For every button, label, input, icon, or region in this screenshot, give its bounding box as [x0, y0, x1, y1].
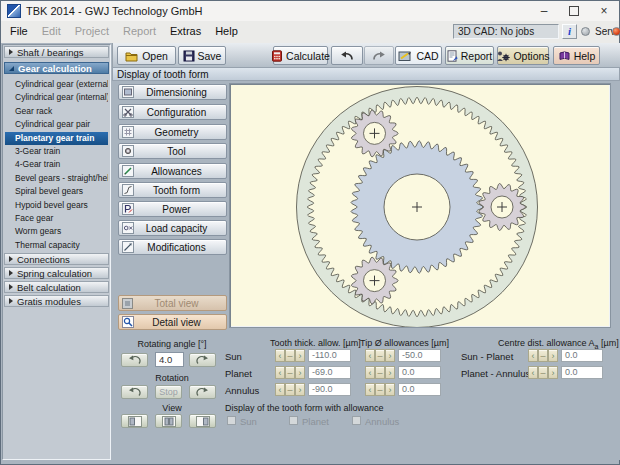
- tooth-thickness-sun-value[interactable]: -110.0: [308, 349, 351, 362]
- options-button[interactable]: Options: [497, 46, 549, 65]
- toolbar: OpenSaveCalculateCADReportOptionsHelp: [112, 43, 620, 67]
- tooth-thickness-sun-decrease-button[interactable]: ‹: [275, 349, 285, 362]
- sidebar-section-gear-calculation[interactable]: Gear calculation: [4, 62, 109, 74]
- tooth-thickness-planet-decrease-button[interactable]: ‹: [275, 366, 285, 379]
- load-capacity-label: Load capacity: [135, 223, 226, 234]
- menu-file[interactable]: File: [3, 21, 35, 43]
- tip-allowance-sun-value[interactable]: -50.0: [398, 349, 441, 362]
- dimensioning-button[interactable]: Dimensioning: [118, 84, 227, 100]
- sidebar-item-spiral-bevel-gears[interactable]: Spiral bevel gears: [5, 185, 108, 198]
- tooth-thickness-annulus-value[interactable]: -90.0: [308, 383, 351, 396]
- collapsed-triangle-icon: [9, 49, 13, 55]
- redo-icon: [372, 51, 386, 61]
- modifications-label: Modifications: [135, 242, 226, 253]
- tip-allowance-planet-decrease-button[interactable]: ‹: [365, 366, 375, 379]
- help-button[interactable]: Help: [553, 46, 600, 65]
- centre-planet-annulus-value[interactable]: 0.0: [561, 366, 603, 379]
- centre-planet-annulus-decrease-button[interactable]: ‹: [528, 366, 538, 379]
- calculate-button[interactable]: Calculate: [273, 46, 328, 65]
- tip-allowance-annulus-reset-button[interactable]: –: [375, 383, 385, 396]
- sidebar-item-bevel-gears-straight-helical[interactable]: Bevel gears - straight/helical: [5, 172, 108, 185]
- tip-allowance-sun-reset-button[interactable]: –: [375, 349, 385, 362]
- gear-row-label-sun: Sun: [225, 351, 242, 362]
- rotate-angle-cw-button[interactable]: [189, 353, 216, 367]
- tip-allowance-sun-increase-button[interactable]: ›: [385, 349, 395, 362]
- tooth-thickness-sun-increase-button[interactable]: ›: [295, 349, 305, 362]
- undo-button[interactable]: [331, 46, 363, 65]
- tooth-thickness-planet-reset-button[interactable]: –: [285, 366, 295, 379]
- sidebar-section-gratis-modules[interactable]: Gratis modules: [4, 295, 109, 307]
- tooth-thickness-annulus-increase-button[interactable]: ›: [295, 383, 305, 396]
- tooth-thickness-planet-increase-button[interactable]: ›: [295, 366, 305, 379]
- centre-sun-planet-decrease-button[interactable]: ‹: [528, 349, 538, 362]
- sidebar-item-hypoid-bevel-gears[interactable]: Hypoid bevel gears: [5, 199, 108, 212]
- view-button-2[interactable]: [155, 414, 182, 428]
- centre-planet-annulus-reset-button[interactable]: –: [538, 366, 548, 379]
- sidebar-section-shaft-bearings[interactable]: Shaft / bearings: [4, 46, 109, 58]
- sidebar-item-worm-gears[interactable]: Worm gears: [5, 225, 108, 238]
- menu-extras[interactable]: Extras: [163, 21, 208, 43]
- minimize-button[interactable]: –: [529, 1, 559, 21]
- tooth-thickness-sun-reset-button[interactable]: –: [285, 349, 295, 362]
- centre-sun-planet-value[interactable]: 0.0: [561, 349, 603, 362]
- sidebar-item-gear-rack[interactable]: Gear rack: [5, 105, 108, 118]
- close-button[interactable]: ×: [589, 1, 619, 21]
- info-button[interactable]: i: [562, 24, 577, 39]
- display-allowance-label: Display of the tooth form with allowance: [225, 403, 384, 413]
- centre-sun-planet-reset-button[interactable]: –: [538, 349, 548, 362]
- allowances-icon: [121, 165, 134, 178]
- detail-view-button[interactable]: Detail view: [118, 314, 227, 330]
- sidebar-item-planetary-gear-train[interactable]: Planetary gear train: [5, 132, 108, 145]
- tooth-thickness-annulus-reset-button[interactable]: –: [285, 383, 295, 396]
- options-icon: [496, 50, 510, 62]
- sidebar-item-face-gear[interactable]: Face gear: [5, 212, 108, 225]
- modifications-button[interactable]: Modifications: [118, 239, 227, 255]
- tool-label: Tool: [135, 146, 226, 157]
- save-button[interactable]: Save: [178, 46, 226, 65]
- tooth-form-button[interactable]: Tooth form: [118, 182, 227, 198]
- menu-help[interactable]: Help: [208, 21, 245, 43]
- gear-row-label-annulus: Annulus: [225, 385, 259, 396]
- view-button-3[interactable]: [189, 414, 216, 428]
- sidebar-section-belt-calculation[interactable]: Belt calculation: [4, 281, 109, 293]
- menu-edit: Edit: [35, 21, 68, 43]
- sidebar-item-thermal-capacity[interactable]: Thermal capacity: [5, 239, 108, 252]
- power-button[interactable]: Power: [118, 201, 227, 217]
- configuration-label: Configuration: [135, 107, 226, 118]
- sidebar-item-cylindrical-gear-pair[interactable]: Cylindrical gear pair: [5, 118, 108, 131]
- view-button-1[interactable]: [121, 414, 148, 428]
- sidebar-item-cylindrical-gear-internal[interactable]: Cylindrical gear (internal): [5, 91, 108, 104]
- centre-planet-annulus-increase-button[interactable]: ›: [548, 366, 558, 379]
- tool-button[interactable]: Tool: [118, 143, 227, 159]
- sidebar-section-spring-calculation[interactable]: Spring calculation: [4, 267, 109, 279]
- tip-allowance-annulus-increase-button[interactable]: ›: [385, 383, 395, 396]
- tip-allowance-planet-reset-button[interactable]: –: [375, 366, 385, 379]
- tip-allowance-planet-increase-button[interactable]: ›: [385, 366, 395, 379]
- report-button[interactable]: Report: [445, 46, 494, 65]
- open-button[interactable]: Open: [117, 46, 176, 65]
- close-icon: ×: [600, 4, 607, 18]
- maximize-button[interactable]: [559, 1, 589, 21]
- rotation-cw-button[interactable]: [189, 385, 216, 399]
- rotation-ccw-button[interactable]: [121, 385, 148, 399]
- allowances-button[interactable]: Allowances: [118, 163, 227, 179]
- menu-items: FileEditProjectReportExtrasHelp: [3, 21, 245, 43]
- configuration-button[interactable]: Configuration: [118, 104, 227, 120]
- tooth-thickness-planet-value[interactable]: -69.0: [308, 366, 351, 379]
- tip-allowance-sun-decrease-button[interactable]: ‹: [365, 349, 375, 362]
- gear-canvas[interactable]: [229, 83, 611, 328]
- sidebar-item-3-gear-train[interactable]: 3-Gear train: [5, 145, 108, 158]
- tooth-thickness-annulus-decrease-button[interactable]: ‹: [275, 383, 285, 396]
- geometry-button[interactable]: Geometry: [118, 124, 227, 140]
- tip-allowance-planet-value[interactable]: 0.0: [398, 366, 441, 379]
- sidebar-item-4-gear-train[interactable]: 4-Gear train: [5, 158, 108, 171]
- rotate-angle-ccw-button[interactable]: [121, 353, 148, 367]
- rotating-angle-input[interactable]: [155, 352, 184, 367]
- centre-sun-planet-increase-button[interactable]: ›: [548, 349, 558, 362]
- tip-allowance-annulus-value[interactable]: 0.0: [398, 383, 441, 396]
- sidebar-item-cylindrical-gear-external[interactable]: Cylindrical gear (external): [5, 78, 108, 91]
- sidebar-section-connections[interactable]: Connections: [4, 253, 109, 265]
- cad-button[interactable]: CAD: [395, 46, 442, 65]
- tip-allowance-annulus-decrease-button[interactable]: ‹: [365, 383, 375, 396]
- load-capacity-button[interactable]: Load capacity: [118, 220, 227, 236]
